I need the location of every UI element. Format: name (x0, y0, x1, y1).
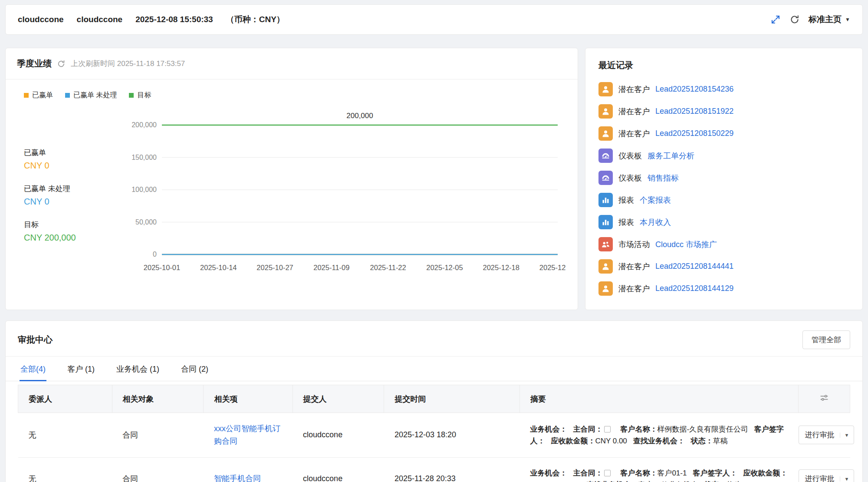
record-link[interactable]: Lead20251208151922 (655, 107, 733, 116)
checkbox[interactable] (604, 426, 611, 432)
approve-button[interactable]: 进行审批▼ (799, 469, 854, 482)
approval-title: 审批中心 (18, 334, 53, 346)
svg-text:2025-10-14: 2025-10-14 (200, 264, 237, 271)
caret-down-icon[interactable]: ▼ (840, 476, 854, 482)
svg-text:100,000: 100,000 (132, 186, 157, 193)
summary-field: 应收款金额：CNY 0.00 (551, 437, 627, 445)
last-refresh-time: 上次刷新时间 2025-11-18 17:53:57 (71, 59, 185, 69)
stat-value: CNY 0 (24, 161, 127, 171)
user-name: cloudccone (77, 15, 123, 24)
lead-icon (598, 104, 613, 119)
org-name: cloudccone (18, 15, 64, 24)
table-header-row: 委派人相关对象相关项提交人提交时间摘要 (18, 385, 850, 413)
record-link[interactable]: Cloudcc 市场推广 (655, 239, 717, 250)
assignee-cell: 无 (18, 457, 112, 482)
svg-text:2025-10-01: 2025-10-01 (144, 264, 180, 271)
svg-text:150,000: 150,000 (132, 154, 157, 161)
performance-stat: 目标CNY 200,000 (24, 220, 127, 243)
related-item-cell: xxx公司智能手机订购合同 (204, 413, 293, 458)
stat-label: 目标 (24, 220, 127, 230)
legend-label: 已赢单 未处理 (73, 91, 117, 100)
fullscreen-icon[interactable] (770, 14, 781, 25)
chart-area: 050,000100,000150,000200,000200,0002025-… (127, 102, 572, 278)
recent-record-item: 仪表板销售指标 (585, 167, 862, 189)
legend-label: 已赢单 (32, 91, 53, 100)
record-link[interactable]: Lead20251208150229 (655, 129, 733, 138)
currency-label: （币种：CNY） (226, 14, 285, 25)
record-link[interactable]: Lead20251208144129 (655, 284, 733, 293)
topbar-actions: 标准主页 ▼ (770, 14, 850, 25)
svg-text:2025-12-05: 2025-12-05 (426, 264, 463, 271)
approve-button[interactable]: 进行审批▼ (799, 426, 854, 444)
home-layout-selector[interactable]: 标准主页 ▼ (809, 14, 850, 25)
legend-item[interactable]: 已赢单 (24, 91, 53, 100)
recent-record-item: 市场活动Cloudcc 市场推广 (585, 233, 862, 255)
column-header: 相关对象 (112, 385, 204, 413)
record-type-label: 仪表板 (618, 151, 642, 161)
topbar: cloudccone cloudccone 2025-12-08 15:50:3… (5, 4, 863, 35)
related-item-link[interactable]: xxx公司智能手机订购合同 (214, 424, 280, 446)
refresh-icon[interactable] (57, 59, 66, 68)
column-header: 提交人 (293, 385, 384, 413)
table-body: 无合同xxx公司智能手机订购合同cloudccone2025-12-03 18:… (18, 413, 850, 482)
performance-stat: 已赢单CNY 0 (24, 148, 127, 171)
lead-icon (598, 281, 613, 296)
recent-record-item: 仪表板服务工单分析 (585, 145, 862, 167)
dashboard-icon (598, 149, 613, 163)
performance-body: 已赢单CNY 0已赢单 未处理CNY 0目标CNY 200,000 050,00… (6, 100, 578, 278)
record-type-label: 潜在客户 (618, 129, 650, 139)
approval-tabs: 全部(4)客户 (1)业务机会 (1)合同 (2) (6, 357, 862, 381)
approval-header: 审批中心 管理全部 (6, 321, 862, 356)
performance-card-header: 季度业绩 上次刷新时间 2025-11-18 17:53:57 (6, 48, 578, 79)
record-link[interactable]: 本月收入 (640, 217, 671, 228)
svg-text:2025-11-09: 2025-11-09 (313, 264, 349, 271)
lead-icon (598, 82, 613, 96)
manage-all-button[interactable]: 管理全部 (802, 330, 850, 349)
summary-cell: 业务机会：主合同：客户名称：客户01-1客户签字人：应收款金额：CNY 10,0… (519, 457, 798, 482)
record-link[interactable]: Lead20251208154236 (655, 85, 733, 94)
stat-label: 已赢单 未处理 (24, 184, 127, 194)
record-type-label: 潜在客户 (618, 106, 650, 117)
svg-text:2025-12-18: 2025-12-18 (483, 264, 519, 271)
checkbox[interactable] (604, 470, 611, 476)
approval-tab-0[interactable]: 全部(4) (20, 357, 46, 381)
approval-tab-1[interactable]: 客户 (1) (66, 357, 95, 381)
legend-item[interactable]: 已赢单 未处理 (65, 91, 117, 100)
record-link[interactable]: 个案报表 (640, 195, 671, 205)
record-type-label: 市场活动 (618, 239, 650, 250)
column-header: 相关项 (204, 385, 293, 413)
summary-field: 主合同： (573, 425, 614, 433)
caret-down-icon[interactable]: ▼ (840, 432, 854, 438)
approval-table: 委派人相关对象相关项提交人提交时间摘要 无合同xxx公司智能手机订购合同clou… (18, 385, 850, 482)
recent-records-list: 潜在客户Lead20251208154236潜在客户Lead2025120815… (585, 78, 862, 300)
record-type-label: 报表 (618, 195, 634, 205)
recent-record-item: 潜在客户Lead20251208151922 (585, 100, 862, 122)
legend-item[interactable]: 目标 (129, 91, 151, 100)
approval-tab-3[interactable]: 合同 (2) (180, 357, 209, 381)
related-item-link[interactable]: 智能手机合同 (214, 474, 261, 482)
performance-title: 季度业绩 (17, 58, 52, 69)
record-link[interactable]: 销售指标 (648, 173, 679, 183)
related-item-cell: 智能手机合同 (204, 457, 293, 482)
related-object-cell: 合同 (112, 413, 204, 458)
recent-record-item: 报表本月收入 (585, 211, 862, 233)
approval-tab-2[interactable]: 业务机会 (1) (115, 357, 160, 381)
recent-record-item: 潜在客户Lead20251208150229 (585, 122, 862, 145)
action-cell: 进行审批▼ (799, 413, 850, 458)
record-type-label: 潜在客户 (618, 261, 650, 272)
column-settings-icon[interactable] (819, 393, 829, 403)
recent-record-item: 潜在客户Lead20251208144441 (585, 255, 862, 277)
record-link[interactable]: Lead20251208144441 (655, 262, 733, 271)
record-type-label: 潜在客户 (618, 84, 650, 95)
approval-table-row: 无合同xxx公司智能手机订购合同cloudccone2025-12-03 18:… (18, 413, 850, 458)
stat-label: 已赢单 (24, 148, 127, 158)
refresh-icon[interactable] (789, 14, 800, 25)
summary-field: 客户签字人： (693, 469, 737, 477)
record-link[interactable]: 服务工单分析 (648, 151, 694, 161)
column-header-actions (799, 385, 850, 413)
record-type-label: 仪表板 (618, 173, 642, 183)
svg-text:2025-11-22: 2025-11-22 (370, 264, 406, 271)
assignee-cell: 无 (18, 413, 112, 458)
approval-table-wrap: 委派人相关对象相关项提交人提交时间摘要 无合同xxx公司智能手机订购合同clou… (6, 381, 862, 482)
svg-text:2025-12-31: 2025-12-31 (539, 264, 566, 271)
